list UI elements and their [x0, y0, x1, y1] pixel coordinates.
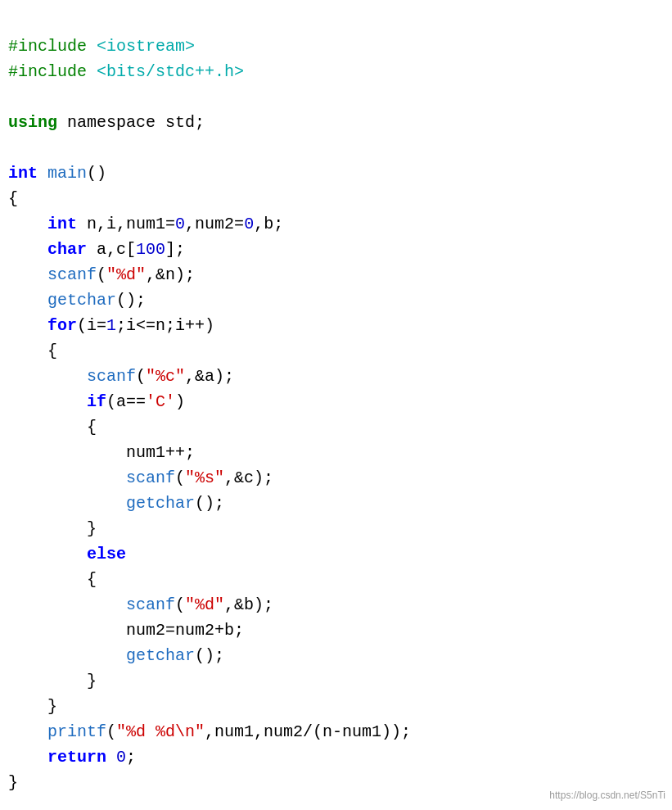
line-for-close: }: [8, 697, 57, 716]
line-scanf-c: scanf("%c",&a);: [8, 367, 234, 386]
line-scanf-n: scanf("%d",&n);: [8, 265, 195, 284]
line-else-open: {: [8, 570, 97, 589]
line-getchar1: getchar();: [8, 291, 146, 310]
line-for-open: {: [8, 342, 57, 360]
code-editor: #include <iostream> #include <bits/stdc+…: [8, 8, 664, 810]
line-char-decl: char a,c[100];: [8, 240, 185, 259]
line-scanf-d-b: scanf("%d",&b);: [8, 595, 273, 614]
line-getchar2: getchar();: [8, 494, 224, 513]
line-else: else: [8, 545, 126, 563]
line-scanf-s: scanf("%s",&c);: [8, 468, 273, 487]
line-if-close: }: [8, 519, 97, 538]
line-if: if(a=='C'): [8, 392, 185, 411]
line-main-decl: int main(): [8, 164, 106, 183]
line-else-close: }: [8, 672, 97, 690]
line-int-decl: int n,i,num1=0,num2=0,b;: [8, 215, 283, 233]
line-for: for(i=1;i<=n;i++): [8, 316, 214, 335]
line-printf: printf("%d %d\n",num1,num2/(n-num1));: [8, 722, 411, 741]
line-include2: #include <bits/stdc++.h>: [8, 62, 244, 81]
line-using: using namespace std;: [8, 113, 205, 132]
watermark: https://blog.csdn.net/S5nTi: [549, 788, 665, 803]
line-num2-assign: num2=num2+b;: [8, 621, 244, 640]
line-main-close: }: [8, 773, 18, 792]
line-if-open: {: [8, 418, 97, 437]
line-num1pp: num1++;: [8, 443, 195, 462]
line-include1: #include <iostream>: [8, 37, 195, 56]
line-return1: return 0;: [8, 748, 136, 767]
line-getchar3: getchar();: [8, 646, 224, 665]
line-open-brace-main: {: [8, 189, 18, 208]
